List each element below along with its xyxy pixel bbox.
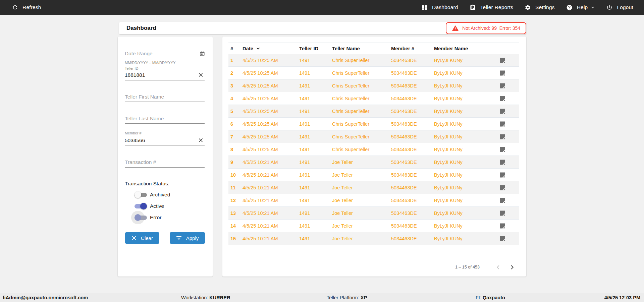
nav-logout[interactable]: Logout [606,4,633,10]
table-row-9[interactable]: 94/5/25 10:21 AM1491Joe Teller5034463DEB… [228,156,519,169]
table-row-15[interactable]: 154/5/25 10:21 AM1491Joe Teller5034463DE… [228,232,519,245]
member-number-label: Member # [125,131,205,135]
table-row-7[interactable]: 74/5/25 10:25 AM1491Chris SuperTeller503… [228,130,519,143]
table-row-11[interactable]: 114/5/25 10:21 AM1491Joe Teller5034463DE… [228,181,519,194]
apply-button[interactable]: Apply [170,232,205,244]
pagination: 1 – 15 of 453 [455,263,516,271]
note-icon[interactable] [500,223,505,229]
cell-teller-name: Joe Teller [330,198,389,203]
toggle-label-error: Error [150,215,161,221]
col-header-num[interactable]: # [228,46,240,51]
cell-member-name: ByLyJI KUNy [432,58,493,63]
table-row-6[interactable]: 64/5/25 10:25 AM1491Chris SuperTeller503… [228,118,519,130]
teller-first-name-placeholder: Teller First Name [125,94,164,100]
cell-date: 4/5/25 10:21 AM [240,210,297,216]
nav-dashboard[interactable]: Dashboard [421,4,458,11]
note-icon[interactable] [500,185,505,190]
teller-id-clear-icon[interactable] [199,73,203,77]
help-icon [566,4,573,11]
nav-settings[interactable]: Settings [525,4,555,11]
pagination-prev-button[interactable] [494,263,502,271]
cell-member-name: ByLyJI KUNy [432,121,493,127]
member-number-field[interactable]: 5034566 [125,137,205,144]
transaction-number-placeholder: Transaction # [125,159,156,165]
cell-notes [493,185,519,190]
note-icon[interactable] [500,109,505,114]
apply-button-label: Apply [186,235,199,241]
col-header-member-number[interactable]: Member # [389,46,432,51]
nav-settings-label: Settings [535,4,555,10]
note-icon[interactable] [500,210,505,216]
table-row-4[interactable]: 44/5/25 10:25 AM1491Chris SuperTeller503… [228,92,519,105]
pagination-next-button[interactable] [507,263,516,271]
note-icon[interactable] [500,83,505,88]
cell-member-name: ByLyJI KUNy [432,185,493,190]
cell-num: 2 [228,70,240,76]
toggle-active[interactable] [135,203,147,209]
cell-date: 4/5/25 10:25 AM [240,109,297,114]
table-row-14[interactable]: 144/5/25 10:21 AM1491Joe Teller5034463DE… [228,220,519,232]
col-header-teller-name[interactable]: Teller Name [330,46,389,51]
table-row-8[interactable]: 84/5/25 10:25 AM1491Chris SuperTeller503… [228,143,519,156]
teller-last-name-field[interactable]: Teller Last Name [125,115,205,122]
note-icon[interactable] [500,236,505,241]
table-row-10[interactable]: 104/5/25 10:21 AM1491Joe Teller5034463DE… [228,169,519,181]
teller-first-name-field[interactable]: Teller First Name [125,93,205,101]
member-number-clear-icon[interactable] [199,138,203,142]
col-header-date[interactable]: Date [240,46,297,51]
toggle-archived[interactable] [135,191,147,198]
cell-num: 10 [228,172,240,178]
table-row-13[interactable]: 134/5/25 10:21 AM1491Joe Teller5034463DE… [228,207,519,220]
table-row-12[interactable]: 124/5/25 10:21 AM1491Joe Teller5034463DE… [228,194,519,207]
table-row-1[interactable]: 14/5/25 10:25 AM1491Chris SuperTeller503… [228,54,519,67]
note-icon[interactable] [500,58,505,63]
cell-member-name: ByLyJI KUNy [432,70,493,76]
cell-member-name: ByLyJI KUNy [432,96,493,101]
col-header-teller-id[interactable]: Teller ID [297,46,330,51]
refresh-button[interactable]: Refresh [12,4,41,10]
note-icon[interactable] [500,121,505,127]
note-icon[interactable] [500,134,505,139]
table-row-5[interactable]: 54/5/25 10:25 AM1491Chris SuperTeller503… [228,105,519,118]
toggle-label-active: Active [150,203,164,209]
alert-banner[interactable]: Not Archived: 99 Error: 354 [446,22,526,34]
toggle-error[interactable] [135,214,147,221]
cell-teller-id: 1491 [297,109,330,114]
note-icon[interactable] [500,147,505,152]
cell-num: 4 [228,96,240,101]
cell-teller-name: Joe Teller [330,172,389,178]
cell-num: 15 [228,236,240,241]
note-icon[interactable] [500,70,505,76]
cell-date: 4/5/25 10:21 AM [240,160,297,165]
cell-teller-name: Chris SuperTeller [330,58,389,63]
cell-notes [493,160,519,165]
nav-logout-label: Logout [617,4,633,10]
col-header-member-name[interactable]: Member Name [432,46,493,51]
top-navbar: Refresh Dashboard Teller Reports Setting… [0,0,644,15]
nav-help[interactable]: Help [566,4,595,11]
cell-teller-id: 1491 [297,134,330,139]
cell-member-number: 5034463DE [389,121,432,127]
date-range-hint: MM/DD/YYYY – MM/DD/YYYY [125,61,205,65]
note-icon[interactable] [500,96,505,101]
cell-notes [493,70,519,76]
cell-date: 4/5/25 10:25 AM [240,121,297,127]
transaction-number-field[interactable]: Transaction # [125,159,205,166]
clear-x-icon [131,236,137,241]
calendar-icon[interactable] [200,51,205,56]
date-range-field[interactable]: Date Range [125,50,205,57]
clear-button[interactable]: Clear [125,232,159,244]
table-row-2[interactable]: 24/5/25 10:25 AM1491Chris SuperTeller503… [228,67,519,79]
note-icon[interactable] [500,172,505,178]
note-icon[interactable] [500,160,505,165]
cell-notes [493,134,519,139]
teller-last-name-underline [125,123,205,124]
cell-date: 4/5/25 10:25 AM [240,58,297,63]
table-row-3[interactable]: 34/5/25 10:25 AM1491Chris SuperTeller503… [228,79,519,92]
teller-last-name-placeholder: Teller Last Name [125,116,164,122]
refresh-icon [12,4,18,10]
teller-id-field[interactable]: 1881881 [125,71,205,79]
note-icon[interactable] [500,198,505,203]
cell-date: 4/5/25 10:25 AM [240,96,297,101]
nav-teller-reports[interactable]: Teller Reports [470,4,513,11]
